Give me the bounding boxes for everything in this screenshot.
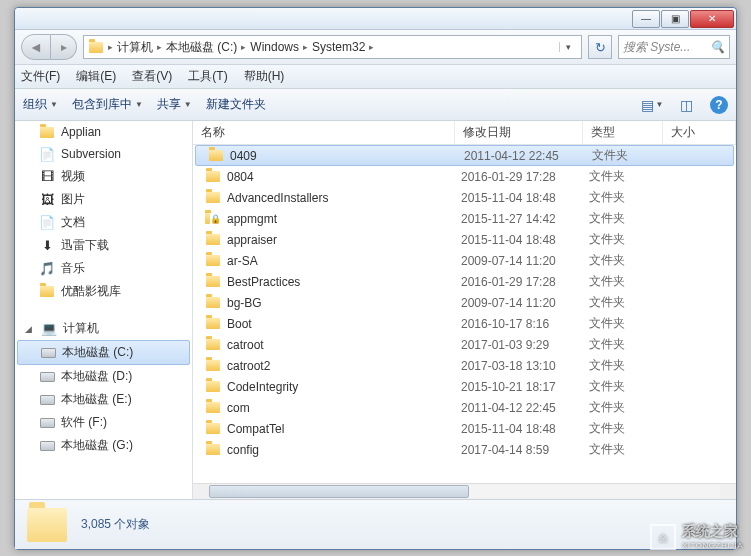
file-row[interactable]: 🔒appmgmt2015-11-27 14:42文件夹 [193,208,736,229]
file-row[interactable]: BestPractices2016-01-29 17:28文件夹 [193,271,736,292]
menu-edit[interactable]: 编辑(E) [76,68,116,85]
minimize-button[interactable]: — [632,10,660,28]
scrollbar-thumb[interactable] [209,485,469,498]
folder-icon [205,442,221,458]
folder-icon [205,421,221,437]
column-name[interactable]: 名称 [193,121,455,144]
watermark-logo-icon: ⌂ [650,524,676,550]
folder-icon [88,39,104,55]
file-list[interactable]: 04092011-04-12 22:45文件夹08042016-01-29 17… [193,145,736,483]
file-date: 2015-11-27 14:42 [455,212,583,226]
menu-file[interactable]: 文件(F) [21,68,60,85]
sidebar-drive-item[interactable]: 本地磁盘 (E:) [15,388,192,411]
menubar: 文件(F) 编辑(E) 查看(V) 工具(T) 帮助(H) [15,65,736,89]
file-name: AdvancedInstallers [227,191,328,205]
file-row[interactable]: 04092011-04-12 22:45文件夹 [195,145,734,166]
preview-pane-button[interactable]: ◫ [676,95,696,115]
sidebar-item[interactable]: 📄文档 [15,211,192,234]
breadcrumb[interactable]: 本地磁盘 (C:)▸ [166,39,246,56]
status-text: 3,085 个对象 [81,516,150,533]
file-name: 0409 [230,149,257,163]
search-placeholder: 搜索 Syste... [623,39,690,56]
file-type: 文件夹 [583,252,663,269]
file-name: ar-SA [227,254,258,268]
column-size[interactable]: 大小 [663,121,736,144]
cmd-include-library[interactable]: 包含到库中▼ [72,96,143,113]
thunder-icon: ⬇ [39,238,55,254]
file-date: 2009-07-14 11:20 [455,254,583,268]
file-row[interactable]: com2011-04-12 22:45文件夹 [193,397,736,418]
breadcrumb[interactable]: System32▸ [312,40,374,54]
cmd-organize[interactable]: 组织▼ [23,96,58,113]
file-type: 文件夹 [583,315,663,332]
file-row[interactable]: ar-SA2009-07-14 11:20文件夹 [193,250,736,271]
horizontal-scrollbar[interactable] [193,483,736,499]
close-button[interactable]: ✕ [690,10,734,28]
file-row[interactable]: CompatTel2015-11-04 18:48文件夹 [193,418,736,439]
menu-view[interactable]: 查看(V) [132,68,172,85]
file-row[interactable]: Boot2016-10-17 8:16文件夹 [193,313,736,334]
file-date: 2017-04-14 8:59 [455,443,583,457]
refresh-button[interactable]: ↻ [588,35,612,59]
sidebar-drive-item[interactable]: 软件 (F:) [15,411,192,434]
cmd-share[interactable]: 共享▼ [157,96,192,113]
menu-tools[interactable]: 工具(T) [188,68,227,85]
content-area: Applian📄Subversion🎞视频🖼图片📄文档⬇迅雷下载🎵音乐优酷影视库… [15,121,736,499]
computer-icon: 💻 [41,321,57,337]
drive-icon [39,438,55,454]
file-type: 文件夹 [583,189,663,206]
sidebar-item[interactable]: 🎞视频 [15,165,192,188]
image-icon: 🖼 [39,192,55,208]
sidebar-item[interactable]: ⬇迅雷下载 [15,234,192,257]
file-type: 文件夹 [583,168,663,185]
sidebar-drive-item[interactable]: 本地磁盘 (D:) [15,365,192,388]
file-row[interactable]: bg-BG2009-07-14 11:20文件夹 [193,292,736,313]
folder-icon [208,148,224,164]
folder-icon [205,253,221,269]
cmd-new-folder[interactable]: 新建文件夹 [206,96,266,113]
column-date[interactable]: 修改日期 [455,121,583,144]
file-name: catroot [227,338,264,352]
sidebar-item[interactable]: 🖼图片 [15,188,192,211]
file-row[interactable]: config2017-04-14 8:59文件夹 [193,439,736,460]
column-type[interactable]: 类型 [583,121,663,144]
file-row[interactable]: catroot22017-03-18 13:10文件夹 [193,355,736,376]
sidebar-item[interactable]: 🎵音乐 [15,257,192,280]
nav-back-button[interactable]: ◄ [21,34,51,60]
file-date: 2015-10-21 18:17 [455,380,583,394]
drive-icon [39,392,55,408]
breadcrumb[interactable]: 计算机▸ [117,39,162,56]
file-name: 0804 [227,170,254,184]
sidebar-computer-header[interactable]: ◢ 💻 计算机 [15,317,192,340]
file-type: 文件夹 [583,294,663,311]
help-button[interactable]: ? [710,96,728,114]
sidebar-item[interactable]: Applian [15,121,192,143]
maximize-button[interactable]: ▣ [661,10,689,28]
folder-icon [27,508,67,542]
file-type: 文件夹 [583,420,663,437]
file-row[interactable]: AdvancedInstallers2015-11-04 18:48文件夹 [193,187,736,208]
drive-icon [39,415,55,431]
sidebar-drive-item[interactable]: 本地磁盘 (G:) [15,434,192,457]
file-row[interactable]: catroot2017-01-03 9:29文件夹 [193,334,736,355]
menu-help[interactable]: 帮助(H) [244,68,285,85]
file-name: config [227,443,259,457]
navigation-pane[interactable]: Applian📄Subversion🎞视频🖼图片📄文档⬇迅雷下载🎵音乐优酷影视库… [15,121,193,499]
file-row[interactable]: appraiser2015-11-04 18:48文件夹 [193,229,736,250]
sidebar-item[interactable]: 📄Subversion [15,143,192,165]
file-row[interactable]: 08042016-01-29 17:28文件夹 [193,166,736,187]
sidebar-drive-item[interactable]: 本地磁盘 (C:) [17,340,190,365]
file-name: catroot2 [227,359,270,373]
file-date: 2017-01-03 9:29 [455,338,583,352]
breadcrumb[interactable]: Windows▸ [250,40,308,54]
search-input[interactable]: 搜索 Syste... 🔍 [618,35,730,59]
file-date: 2011-04-12 22:45 [455,401,583,415]
nav-forward-button[interactable]: ▸ [51,34,77,60]
file-row[interactable]: CodeIntegrity2015-10-21 18:17文件夹 [193,376,736,397]
sidebar-item[interactable]: 优酷影视库 [15,280,192,303]
folder-icon [205,400,221,416]
address-bar[interactable]: ▸ 计算机▸ 本地磁盘 (C:)▸ Windows▸ System32▸ ▾ [83,35,582,59]
view-mode-button[interactable]: ▤▼ [642,95,662,115]
video-icon: 🎞 [39,169,55,185]
address-dropdown[interactable]: ▾ [559,42,577,52]
